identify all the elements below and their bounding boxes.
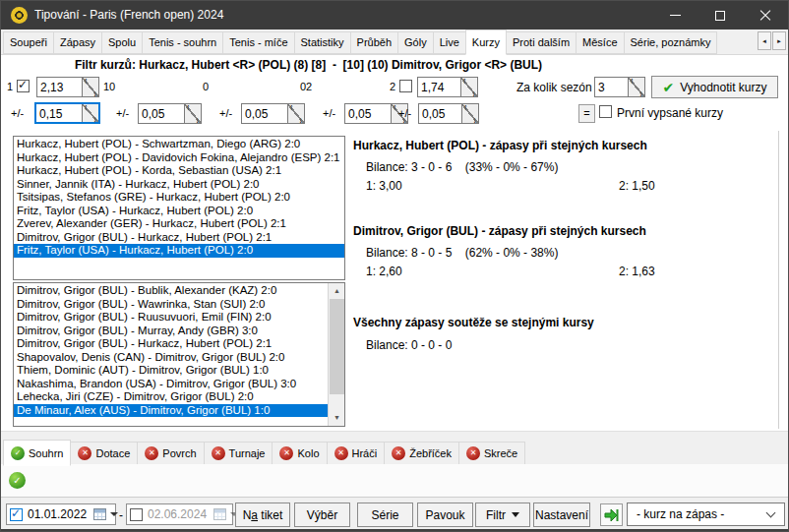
status-error-icon: ✕ (145, 446, 158, 460)
list-item[interactable]: Dimitrov, Grigor (BUL) - Bublik, Alexand… (14, 284, 328, 298)
list-item[interactable]: Dimitrov, Grigor (BUL) - Hurkacz, Hubert… (14, 337, 328, 351)
seasons-value[interactable]: 3 (595, 78, 628, 96)
tab-souperi[interactable]: Soupeři (3, 31, 54, 54)
tolerance-1-spinner[interactable]: 0,15 ↑↓ (34, 102, 100, 124)
maximize-button[interactable] (698, 1, 743, 30)
date-to-picker[interactable]: 02.06.2024 (126, 503, 233, 525)
tolerance-1-value[interactable]: 0,15 (36, 104, 82, 122)
odds-2-spin-buttons[interactable]: ↑↓ (460, 78, 477, 96)
tolerance-5-spin-buttons[interactable]: ↑↓ (461, 104, 478, 123)
filtr-menu-button[interactable]: Filtr (475, 502, 530, 527)
list-item-selected[interactable]: De Minaur, Alex (AUS) - Dimitrov, Grigor… (14, 404, 328, 418)
check-icon: ✓ (18, 78, 28, 91)
tolerance-4-value[interactable]: 0,05 (345, 104, 391, 123)
nastaveni-button[interactable]: Nastavení (533, 502, 590, 527)
apply-to-list-button[interactable] (600, 503, 623, 526)
seasons-spin-buttons[interactable]: ↑↓ (628, 78, 644, 96)
list-item[interactable]: Thiem, Dominic (AUT) - Dimitrov, Grigor … (14, 364, 328, 378)
first-listed-odds-checkbox[interactable] (599, 105, 612, 118)
tolerance-3-spin-buttons[interactable]: ↑↓ (287, 104, 304, 123)
seasons-spinner[interactable]: 3 ↑↓ (594, 77, 645, 97)
list-item[interactable]: Fritz, Taylor (USA) - Hurkacz, Hubert (P… (14, 205, 344, 218)
tab-spolu[interactable]: Spolu (101, 31, 143, 54)
tolerance-3-value[interactable]: 0,05 (242, 104, 287, 123)
tab-zapasy[interactable]: Zápasy (53, 31, 102, 54)
list-item[interactable]: Sinner, Jannik (ITA) - Hurkacz, Hubert (… (14, 178, 344, 192)
vyber-button[interactable]: Výběr (294, 502, 350, 527)
tab-tenis-souhrn[interactable]: Tenis - souhrn (142, 31, 223, 54)
list-item[interactable]: Tsitsipas, Stefanos (GRE) - Hurkacz, Hub… (14, 191, 344, 205)
odds-1-spin-buttons[interactable]: ↑↓ (82, 78, 98, 96)
minimize-button[interactable] (652, 1, 698, 30)
list-item[interactable]: Lehecka, Jiri (CZE) - Dimitrov, Grigor (… (14, 390, 328, 404)
date-from-checkbox[interactable]: ✓ (10, 508, 23, 521)
tab-serie-poznamky[interactable]: Série, poznámky (624, 31, 718, 54)
tab-kurzy[interactable]: Kurzy (465, 30, 507, 55)
date-from-value[interactable]: 01.01.2022 (28, 507, 87, 521)
status-error-icon: ✕ (279, 446, 293, 460)
list-scrollbar[interactable]: ▲ ▼ (328, 283, 344, 426)
tab-hraci[interactable]: ✕ Hráči (327, 442, 386, 465)
tolerance-1-spin-buttons[interactable]: ↑↓ (82, 104, 98, 122)
tab-prubeh[interactable]: Průběh (350, 31, 398, 54)
date-from-picker[interactable]: ✓ 01.01.2022 (6, 503, 116, 525)
date-to-value[interactable]: 02.06.2024 (148, 507, 207, 521)
maximize-icon (715, 11, 725, 21)
check-icon: ✓ (11, 506, 21, 520)
scroll-up-icon[interactable]: ▲ (329, 283, 345, 299)
date-to-checkbox[interactable] (130, 508, 143, 521)
evaluate-odds-button[interactable]: ✔Vyhodnotit kurzy (651, 76, 778, 98)
tolerance-2-value[interactable]: 0,05 (139, 104, 184, 123)
odds-1-value[interactable]: 2,13 (37, 78, 82, 96)
odds-mode-select[interactable]: - kurz na zápas - (627, 502, 785, 526)
tab-turnaje[interactable]: ✕ Turnaje (204, 442, 273, 465)
list-item[interactable]: Shapovalov, Denis (CAN) - Dimitrov, Grig… (14, 351, 328, 365)
pavouk-button[interactable]: Pavouk (417, 502, 473, 527)
list-item[interactable]: Hurkacz, Hubert (POL) - Schwartzman, Die… (14, 138, 344, 151)
na-tiket-button[interactable]: Na tiket (235, 502, 290, 527)
dropdown-arrow-icon[interactable] (110, 512, 118, 516)
list-item[interactable]: Hurkacz, Hubert (POL) - Korda, Sebastian… (14, 164, 344, 178)
na-tiket-label-rest: tiket (258, 508, 282, 522)
bet-1-checkbox[interactable]: ✓ (17, 80, 30, 92)
tolerance-3-spinner[interactable]: 0,05 ↑↓ (241, 103, 305, 124)
list-item[interactable]: Dimitrov, Grigor (BUL) - Ruusuvuori, Emi… (14, 311, 328, 325)
tab-kolo[interactable]: ✕ Kolo (272, 442, 327, 465)
tab-zebricek[interactable]: ✕ Žebříček (384, 442, 459, 465)
spin-down-icon: ↓ (93, 114, 98, 124)
close-button[interactable] (743, 1, 788, 30)
odds-2-value[interactable]: 1,74 (418, 78, 460, 96)
tab-live[interactable]: Live (433, 31, 466, 54)
list-item[interactable]: Hurkacz, Hubert (POL) - Davidovich Fokin… (14, 151, 344, 165)
scrollbar-thumb[interactable] (330, 299, 344, 394)
list-item[interactable]: Dimitrov, Grigor (BUL) - Murray, Andy (G… (14, 325, 328, 338)
scroll-down-icon[interactable]: ▼ (329, 410, 345, 426)
tab-povrch[interactable]: ✕ Povrch (137, 442, 204, 465)
tolerance-2-spinner[interactable]: 0,05 ↑↓ (138, 103, 202, 124)
list-item[interactable]: Dimitrov, Grigor (BUL) - Hurkacz, Hubert… (14, 231, 344, 245)
tab-souhrn[interactable]: ✓ Souhrn (3, 440, 71, 466)
list-item[interactable]: Dimitrov, Grigor (BUL) - Wawrinka, Stan … (14, 298, 328, 312)
serie-button[interactable]: Série (357, 502, 413, 527)
equals-button[interactable]: = (578, 104, 595, 123)
calendar-icon (93, 508, 106, 520)
list-item-selected[interactable]: Fritz, Taylor (USA) - Hurkacz, Hubert (P… (14, 244, 344, 258)
tab-scroll-left-button[interactable]: ◄ (758, 31, 771, 50)
tab-tenis-mice[interactable]: Tenis - míče (222, 31, 294, 54)
tab-mesice[interactable]: Měsíce (576, 31, 624, 54)
tab-proti-dalsim[interactable]: Proti dalším (506, 31, 577, 54)
tab-skrece[interactable]: ✕ Skreče (458, 442, 525, 465)
tab-statistiky[interactable]: Statistiky (294, 31, 351, 54)
odds-1-dimitrov: 1: 2,60 (366, 265, 402, 278)
tab-dotace[interactable]: ✕ Dotace (70, 442, 138, 465)
tab-scroll-right-button[interactable]: ► (772, 31, 786, 50)
odds-2-spinner[interactable]: 1,74 ↑↓ (417, 77, 478, 97)
tolerance-5-spinner[interactable]: 0,05 ↑↓ (418, 103, 479, 124)
tab-goly[interactable]: Góly (397, 31, 434, 54)
list-item[interactable]: Zverev, Alexander (GER) - Hurkacz, Huber… (14, 217, 344, 231)
odds-1-spinner[interactable]: 2,13 ↑↓ (36, 77, 99, 97)
list-item[interactable]: Nakashima, Brandon (USA) - Dimitrov, Gri… (14, 378, 328, 391)
tolerance-2-spin-buttons[interactable]: ↑↓ (184, 104, 201, 123)
tolerance-5-value[interactable]: 0,05 (419, 104, 461, 123)
bet-2-checkbox[interactable] (399, 80, 412, 92)
